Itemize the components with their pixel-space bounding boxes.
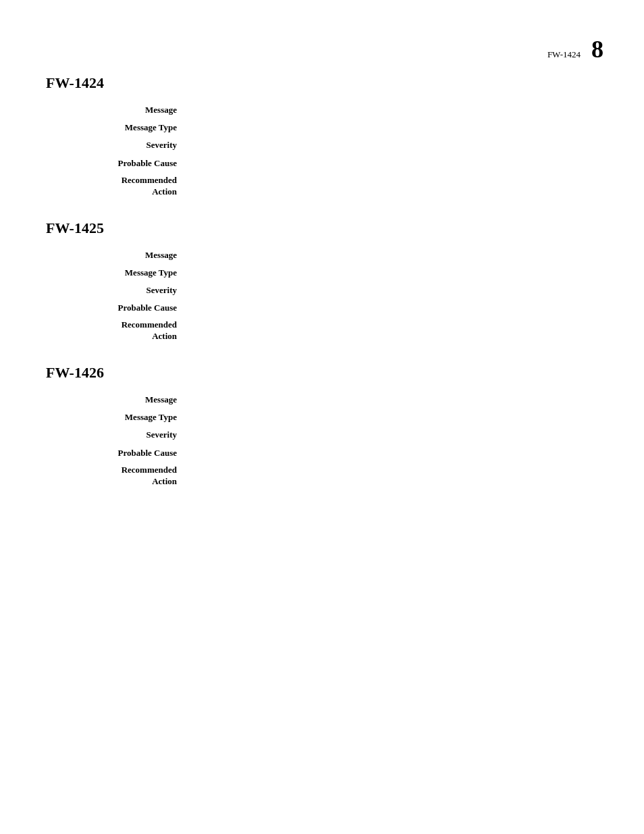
page-header: FW-1424 8 bbox=[547, 35, 603, 63]
label-message-1424: Message bbox=[46, 104, 188, 116]
entry-title-fw-1426: FW-1426 bbox=[46, 364, 603, 382]
field-row-recommended-action-1425: RecommendedAction bbox=[46, 319, 603, 342]
label-severity-1426: Severity bbox=[46, 429, 188, 441]
field-row-severity-1424: Severity bbox=[46, 139, 603, 151]
label-probable-cause-1424: Probable Cause bbox=[46, 157, 188, 170]
label-recommended-action-1426: RecommendedAction bbox=[46, 465, 188, 488]
entry-title-fw-1425: FW-1425 bbox=[46, 219, 603, 237]
label-severity-1424: Severity bbox=[46, 139, 188, 151]
entry-fields-fw-1426: Message Message Type Severity Probable C… bbox=[46, 394, 603, 488]
entry-fields-fw-1424: Message Message Type Severity Probable C… bbox=[46, 104, 603, 198]
field-row-message-type-1425: Message Type bbox=[46, 267, 603, 279]
label-message-type-1426: Message Type bbox=[46, 411, 188, 423]
entry-fw-1426: FW-1426 Message Message Type Severity Pr… bbox=[46, 364, 603, 488]
label-recommended-action-1425: RecommendedAction bbox=[46, 319, 188, 342]
main-content: FW-1424 Message Message Type Severity Pr… bbox=[0, 0, 644, 488]
field-row-probable-cause-1426: Probable Cause bbox=[46, 447, 603, 459]
field-row-recommended-action-1424: RecommendedAction bbox=[46, 175, 603, 198]
entry-title-fw-1424: FW-1424 bbox=[46, 74, 603, 92]
field-row-recommended-action-1426: RecommendedAction bbox=[46, 465, 603, 488]
field-row-severity-1426: Severity bbox=[46, 429, 603, 441]
field-row-message-1426: Message bbox=[46, 394, 603, 406]
label-message-type-1425: Message Type bbox=[46, 267, 188, 279]
field-row-message-1425: Message bbox=[46, 249, 603, 261]
label-severity-1425: Severity bbox=[46, 284, 188, 296]
field-row-probable-cause-1425: Probable Cause bbox=[46, 302, 603, 314]
header-title: FW-1424 bbox=[547, 49, 581, 60]
field-row-message-type-1426: Message Type bbox=[46, 411, 603, 423]
field-row-probable-cause-1424: Probable Cause bbox=[46, 157, 603, 170]
field-row-message-1424: Message bbox=[46, 104, 603, 116]
label-recommended-action-1424: RecommendedAction bbox=[46, 175, 188, 198]
label-message-1426: Message bbox=[46, 394, 188, 406]
entry-fields-fw-1425: Message Message Type Severity Probable C… bbox=[46, 249, 603, 343]
label-probable-cause-1425: Probable Cause bbox=[46, 302, 188, 314]
entry-fw-1425: FW-1425 Message Message Type Severity Pr… bbox=[46, 219, 603, 343]
label-probable-cause-1426: Probable Cause bbox=[46, 447, 188, 459]
label-message-1425: Message bbox=[46, 249, 188, 261]
entry-fw-1424: FW-1424 Message Message Type Severity Pr… bbox=[46, 74, 603, 198]
field-row-message-type-1424: Message Type bbox=[46, 122, 603, 134]
label-message-type-1424: Message Type bbox=[46, 122, 188, 134]
header-page-number: 8 bbox=[591, 35, 603, 63]
field-row-severity-1425: Severity bbox=[46, 284, 603, 296]
